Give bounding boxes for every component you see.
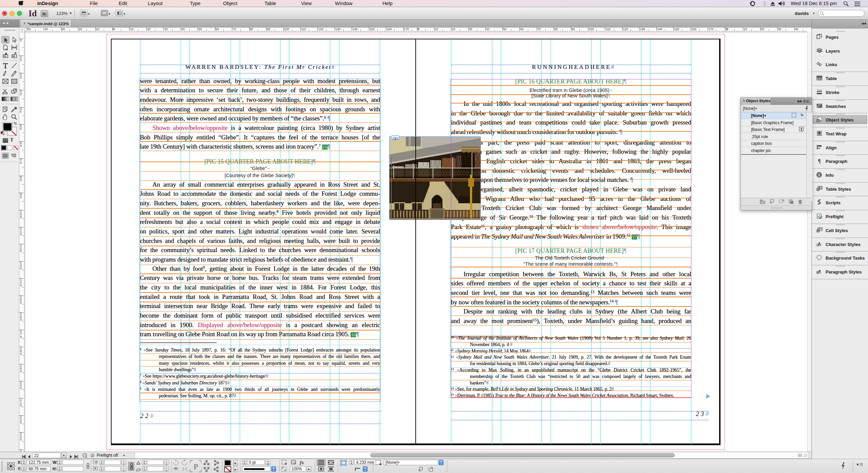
svg-text:¶: ¶ xyxy=(818,158,821,164)
